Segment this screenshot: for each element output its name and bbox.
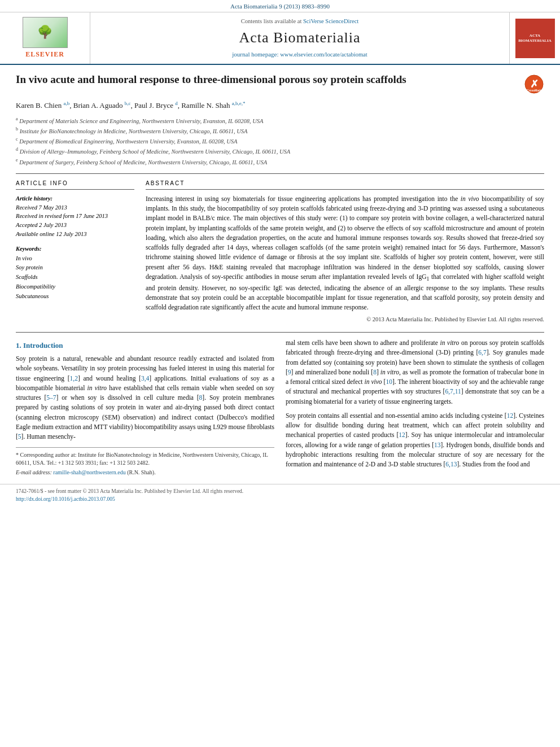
svg-text:✗: ✗: [530, 78, 539, 90]
article-info-header: ARTICLE INFO: [16, 180, 134, 190]
body-left-col: 1. Introduction Soy protein is a natural…: [16, 338, 274, 478]
keywords-title: Keywords:: [16, 244, 134, 254]
intro-paragraph-1: Soy protein is a natural, renewable and …: [16, 354, 274, 442]
elsevier-wordmark: ELSEVIER: [25, 50, 64, 59]
article-info-col: ARTICLE INFO Article history: Received 7…: [16, 180, 134, 324]
affiliation-d: d Division of Allergy–Immunology, Feinbe…: [16, 146, 544, 156]
page-footer: 1742-7061/$ - see front matter © 2013 Ac…: [0, 484, 560, 506]
acta-logo-text: ACTABIOMATERIALIA: [518, 33, 552, 43]
intro-section-title: 1. Introduction: [16, 340, 274, 351]
journal-header: 🌳 ELSEVIER Contents lists available at S…: [0, 12, 560, 65]
intro-paragraph-3: Soy protein contains all essential and n…: [286, 411, 544, 470]
keyword-2: Soy protein: [16, 263, 134, 273]
main-content: In vivo acute and humoral response to th…: [0, 65, 560, 484]
paper-title-area: In vivo acute and humoral response to th…: [16, 73, 544, 94]
footnote-corresponding: * Corresponding author at: Institute for…: [16, 451, 274, 467]
acta-logo: ACTABIOMATERIALIA: [515, 19, 555, 58]
footnote-email: E-mail address: ramille-shah@northwester…: [16, 469, 274, 477]
affiliations: a Department of Materials Science and En…: [16, 116, 544, 167]
affiliation-b: b Institute for BioNanotechnology in Med…: [16, 126, 544, 136]
article-history: Article history: Received 7 May 2013 Rec…: [16, 194, 134, 239]
abstract-col: ABSTRACT Increasing interest in using so…: [146, 180, 544, 324]
received-revised-date: Received in revised form 17 June 2013: [16, 212, 134, 221]
svg-text:CrossMark: CrossMark: [527, 89, 541, 92]
elsevier-logo-area: 🌳 ELSEVIER: [0, 12, 90, 64]
abstract-header: ABSTRACT: [146, 180, 544, 190]
keyword-3: Scaffolds: [16, 273, 134, 282]
accepted-date: Accepted 2 July 2013: [16, 221, 134, 230]
section-divider-2: [16, 332, 544, 333]
elsevier-logo: 🌳 ELSEVIER: [23, 17, 68, 59]
journal-citation-bar: Acta Biomaterialia 9 (2013) 8983–8990: [0, 0, 560, 12]
keywords-section: Keywords: In vivo Soy protein Scaffolds …: [16, 244, 134, 302]
footer-issn: 1742-7061/$ - see front matter © 2013 Ac…: [16, 488, 544, 495]
intro-paragraph-2: mal stem cells have been shown to adhere…: [286, 338, 544, 407]
tree-icon: 🌳: [37, 24, 53, 41]
sciverse-line: Contents lists available at SciVerse Sci…: [241, 18, 358, 26]
section-divider-1: [16, 173, 544, 174]
info-abstract-columns: ARTICLE INFO Article history: Received 7…: [16, 180, 544, 324]
keyword-4: Biocompatibility: [16, 282, 134, 292]
affiliation-a: a Department of Materials Science and En…: [16, 116, 544, 125]
body-right-col: mal stem cells have been shown to adhere…: [286, 338, 544, 478]
abstract-text: Increasing interest in using soy biomate…: [146, 194, 544, 312]
journal-citation: Acta Biomaterialia 9 (2013) 8983–8990: [230, 3, 330, 10]
available-date: Available online 12 July 2013: [16, 230, 134, 239]
affiliation-e: e Department of Surgery, Feinberg School…: [16, 157, 544, 167]
affiliation-c: c Department of Biomedical Engineering, …: [16, 136, 544, 146]
journal-title: Acta Biomaterialia: [239, 28, 360, 48]
footer-doi: http://dx.doi.org/10.1016/j.actbio.2013.…: [16, 496, 544, 503]
keyword-1: In vivo: [16, 254, 134, 264]
body-columns: 1. Introduction Soy protein is a natural…: [16, 338, 544, 478]
crossmark-badge: ✗ CrossMark: [524, 74, 544, 94]
received-date: Received 7 May 2013: [16, 203, 134, 212]
abstract-copyright: © 2013 Acta Materialia Inc. Published by…: [146, 316, 544, 324]
authors-line: Karen B. Chien a,b, Brian A. Aguado b,c,…: [16, 100, 544, 111]
elsevier-logo-image: 🌳: [23, 17, 68, 48]
homepage-link[interactable]: www.elsevier.com/locate/actabiomat: [280, 51, 367, 58]
sciverse-link[interactable]: SciVerse ScienceDirect: [303, 18, 358, 24]
history-title: Article history:: [16, 194, 134, 203]
journal-homepage: journal homepage: www.elsevier.com/locat…: [232, 50, 367, 59]
footnotes-area: * Corresponding author at: Institute for…: [16, 447, 274, 477]
journal-title-area: Contents lists available at SciVerse Sci…: [90, 12, 509, 64]
acta-logo-area: ACTABIOMATERIALIA: [509, 12, 560, 64]
crossmark-icon: ✗ CrossMark: [524, 75, 544, 94]
footer-doi-link[interactable]: http://dx.doi.org/10.1016/j.actbio.2013.…: [16, 496, 115, 502]
paper-title: In vivo acute and humoral response to th…: [16, 73, 517, 87]
keyword-5: Subcutaneous: [16, 292, 134, 302]
